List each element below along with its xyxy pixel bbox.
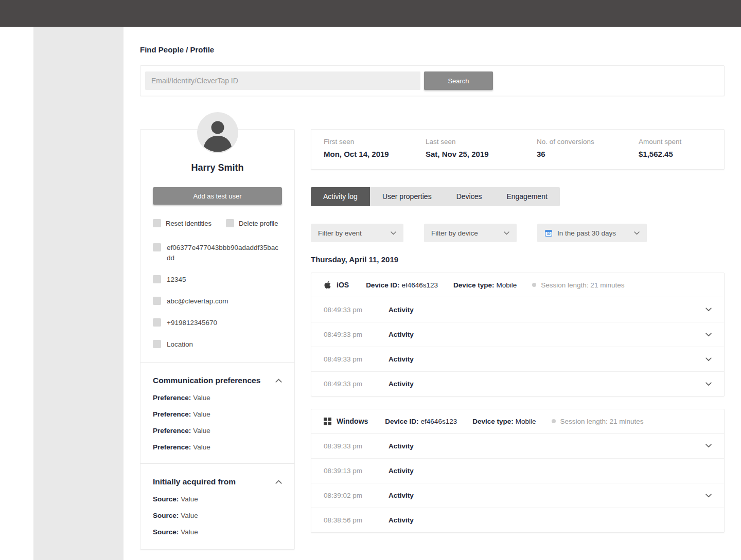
activity-row[interactable]: 08:49:33 pm Activity [311, 371, 724, 396]
section-communication-preferences-header[interactable]: Communication preferences [153, 376, 282, 385]
stat-label: First seen [324, 138, 426, 146]
device-id-value: ef4646s123 [401, 281, 438, 289]
event-label: Activity [389, 492, 705, 499]
stat-label: Last seen [426, 138, 537, 146]
divider [140, 362, 294, 363]
identity-value: ef06377e477043bbb90adaddf35bacdd [167, 243, 280, 263]
tab-user-properties[interactable]: User properties [370, 187, 444, 206]
session-length-text: Session length: 21 minutes [560, 418, 644, 425]
event-label: Activity [389, 380, 705, 388]
activity-row[interactable]: 08:39:33 pm Activity [311, 433, 724, 458]
identity-icon [153, 340, 161, 348]
chevron-down-icon [391, 231, 396, 235]
event-label: Activity [389, 331, 705, 338]
device-type: Device type:Mobile [472, 418, 536, 425]
event-time: 08:49:33 pm [324, 380, 389, 388]
section-title: Communication preferences [153, 376, 260, 385]
preference-value: Value [193, 427, 210, 435]
chevron-down-icon[interactable] [705, 357, 712, 362]
tab-activity-log[interactable]: Activity log [311, 187, 370, 206]
divider [140, 463, 294, 464]
activity-row[interactable]: 08:49:33 pm Activity [311, 297, 724, 322]
filter-by-device-dropdown[interactable]: Filter by device [424, 224, 517, 242]
source-value: Value [181, 495, 198, 503]
device-id: Device ID:ef4646s123 [366, 281, 438, 289]
chevron-up-icon[interactable] [275, 378, 282, 383]
main-content: Find People / Profile Search Harry Smith… [123, 45, 741, 550]
chevron-down-icon[interactable] [705, 333, 712, 337]
delete-profile-action[interactable]: Delete profile [226, 219, 278, 227]
filter-by-device-label: Filter by device [431, 229, 478, 237]
chevron-down-icon [504, 231, 509, 235]
filter-by-event-label: Filter by event [318, 229, 362, 237]
delete-profile-label: Delete profile [239, 220, 278, 227]
activity-date-heading: Thursday, April 11, 2019 [311, 255, 725, 264]
preference-value: Value [193, 410, 210, 418]
stat-value: Mon, Oct 14, 2019 [324, 150, 426, 158]
activity-row[interactable]: 08:39:02 pm Activity [311, 483, 724, 508]
identity-value: Location [167, 339, 193, 350]
bullet-icon [552, 419, 556, 423]
identity-item: abc@clevertap.com [153, 296, 282, 306]
stat-value: Sat, Nov 25, 2019 [426, 150, 537, 158]
source-label: Source: [153, 528, 179, 536]
chevron-up-icon[interactable] [275, 480, 282, 484]
preference-label: Preference: [153, 443, 191, 451]
event-label: Activity [389, 467, 705, 475]
date-range-dropdown[interactable]: 30 In the past 30 days [537, 224, 647, 242]
device-type-value: Mobile [516, 418, 536, 425]
event-time: 08:49:33 pm [324, 306, 389, 314]
identity-icon [153, 243, 161, 251]
event-label: Activity [389, 516, 705, 524]
activity-row[interactable]: 08:49:33 pm Activity [311, 347, 724, 371]
event-label: Activity [389, 355, 705, 363]
date-range-label: In the past 30 days [557, 229, 634, 237]
tab-devices[interactable]: Devices [444, 187, 495, 206]
event-time: 08:49:33 pm [324, 355, 389, 363]
identity-item: 12345 [153, 275, 282, 285]
source-label: Source: [153, 512, 179, 519]
profile-card: Harry Smith Add as test user Reset ident… [140, 129, 295, 550]
identity-item: ef06377e477043bbb90adaddf35bacdd [153, 243, 282, 263]
search-button[interactable]: Search [424, 71, 493, 90]
svg-text:30: 30 [546, 232, 551, 236]
identity-value: 12345 [167, 275, 186, 285]
activity-row: 08:38:56 pm Activity [311, 508, 724, 532]
event-time: 08:39:02 pm [324, 492, 389, 499]
device-type-label: Device type: [453, 281, 495, 289]
bullet-icon [532, 283, 536, 287]
stat-conversions: No. of conversions 36 [537, 138, 639, 161]
chevron-down-icon[interactable] [705, 382, 712, 386]
reset-identities-checkbox[interactable] [153, 219, 161, 227]
session-length: Session length: 21 minutes [532, 281, 624, 289]
device-activity-card-windows: Windows Device ID:ef4646s123 Device type… [311, 409, 725, 533]
identity-value: +919812345670 [167, 318, 217, 328]
section-initially-acquired-from-header[interactable]: Initially acquired from [153, 477, 282, 486]
device-card-header: Windows Device ID:ef4646s123 Device type… [311, 409, 724, 433]
search-input[interactable] [145, 71, 420, 90]
source-row: Source:Value [153, 529, 282, 536]
profile-actions: Reset identities Delete profile [153, 219, 282, 227]
delete-profile-checkbox[interactable] [226, 219, 234, 227]
preference-row: Preference:Value [153, 444, 282, 451]
chevron-down-icon[interactable] [705, 494, 712, 498]
preference-row: Preference:Value [153, 427, 282, 435]
event-time: 08:38:56 pm [324, 516, 389, 524]
platform-name: Windows [337, 417, 368, 425]
chevron-down-icon[interactable] [705, 444, 712, 448]
tab-engagement[interactable]: Engagement [494, 187, 559, 206]
filter-by-event-dropdown[interactable]: Filter by event [311, 224, 403, 242]
chevron-down-icon[interactable] [705, 308, 712, 312]
stat-label: No. of conversions [537, 138, 639, 146]
calendar-30-icon: 30 [544, 229, 553, 237]
section-communication-preferences: Communication preferences Preference:Val… [153, 376, 282, 451]
add-test-user-button[interactable]: Add as test user [153, 187, 282, 205]
identity-value: abc@clevertap.com [167, 296, 228, 306]
source-value: Value [181, 528, 198, 536]
activity-row[interactable]: 08:49:33 pm Activity [311, 322, 724, 347]
profile-name: Harry Smith [153, 162, 282, 173]
source-label: Source: [153, 495, 179, 503]
device-id: Device ID:ef4646s123 [385, 418, 457, 425]
sidebar [33, 27, 123, 560]
reset-identities-action[interactable]: Reset identities [153, 219, 211, 227]
